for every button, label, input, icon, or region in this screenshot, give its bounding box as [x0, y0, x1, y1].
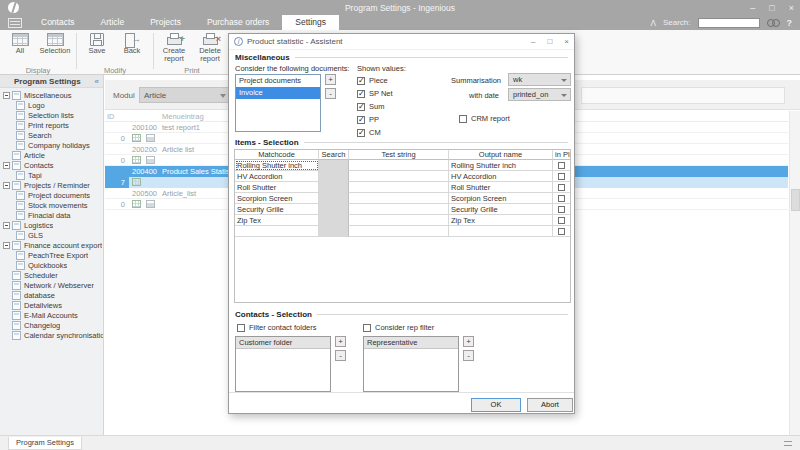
- search-cell-button[interactable]: [319, 215, 349, 226]
- sidebar-item-stock-movements[interactable]: Stock movements: [0, 200, 103, 210]
- matchcode-cell[interactable]: Roll Shutter: [235, 182, 319, 193]
- sidebar-item-logistics[interactable]: Logistics: [0, 220, 103, 230]
- checkbox-sp-net[interactable]: SP Net: [357, 89, 393, 98]
- collapse-node-icon[interactable]: [3, 222, 10, 229]
- tab-purchase-orders[interactable]: Purchase orders: [194, 15, 282, 30]
- in-pl-cell[interactable]: [553, 182, 570, 193]
- checkbox-piece[interactable]: Piece: [357, 76, 388, 85]
- sidebar-item-tapi[interactable]: Tapi: [0, 170, 103, 180]
- checkbox-icon[interactable]: [558, 195, 565, 202]
- dialog-close-icon[interactable]: ×: [564, 37, 569, 46]
- checkbox-icon[interactable]: [363, 324, 371, 332]
- tab-projects[interactable]: Projects: [137, 15, 194, 30]
- dialog-minimize-icon[interactable]: –: [531, 37, 535, 46]
- test-string-cell[interactable]: [349, 182, 449, 193]
- checkbox-icon[interactable]: [558, 206, 565, 213]
- in-pl-cell[interactable]: [553, 171, 570, 182]
- add-customer-folder-button[interactable]: +: [335, 336, 346, 347]
- checkbox-icon[interactable]: [357, 77, 365, 85]
- selection-button[interactable]: Selection: [38, 31, 72, 55]
- sidebar-item-email-accounts[interactable]: E-Mail Accounts: [0, 310, 103, 320]
- documents-listbox[interactable]: Project documents Invoice: [235, 74, 321, 132]
- close-icon[interactable]: ×: [789, 3, 794, 13]
- list-item[interactable]: Project documents: [236, 75, 320, 87]
- sidebar-item-finance-account-export[interactable]: Finance account export: [0, 240, 103, 250]
- report-print-icon[interactable]: [146, 134, 155, 142]
- sidebar-item-search[interactable]: Search: [0, 130, 103, 140]
- test-string-cell[interactable]: [349, 171, 449, 182]
- sidebar-item-changelog[interactable]: Changelog: [0, 320, 103, 330]
- add-representative-button[interactable]: +: [463, 336, 474, 347]
- report-view-icon[interactable]: [132, 134, 141, 142]
- output-name-cell[interactable]: Scorpion Screen: [449, 193, 553, 204]
- matchcode-cell[interactable]: Zip Tex: [235, 215, 319, 226]
- ok-button[interactable]: OK: [471, 398, 521, 412]
- create-report-button[interactable]: + Create report: [157, 31, 191, 63]
- report-view-icon[interactable]: [132, 156, 141, 164]
- sidebar-item-calendar-synchronisation[interactable]: Calendar synchronisation: [0, 330, 103, 340]
- with-date-dropdown[interactable]: printed_on: [508, 88, 571, 101]
- scrollbar-thumb[interactable]: [791, 189, 800, 211]
- checkbox-cm[interactable]: CM: [357, 128, 381, 137]
- matchcode-cell[interactable]: Rolling Shutter inch: [235, 160, 319, 171]
- save-button[interactable]: Save: [80, 31, 114, 55]
- collapse-node-icon[interactable]: [3, 162, 10, 169]
- matchcode-cell-empty[interactable]: [235, 226, 319, 237]
- report-view-icon[interactable]: [132, 200, 141, 208]
- sidebar-item-network-webserver[interactable]: Network / Webserver: [0, 280, 103, 290]
- checkbox-icon[interactable]: [558, 217, 565, 224]
- sidebar-item-project-documents[interactable]: Project documents: [0, 190, 103, 200]
- checkbox-pp[interactable]: PP: [357, 115, 379, 124]
- report-print-icon[interactable]: [146, 200, 155, 208]
- search-cell-button[interactable]: [319, 171, 349, 182]
- checkbox-icon[interactable]: [558, 184, 565, 191]
- collapse-node-icon[interactable]: [3, 92, 10, 99]
- checkbox-icon[interactable]: [558, 228, 565, 235]
- representative-listbox[interactable]: Representative: [363, 336, 459, 392]
- checkbox-icon[interactable]: [237, 324, 245, 332]
- test-string-cell[interactable]: [349, 226, 449, 237]
- collapse-node-icon[interactable]: [3, 242, 10, 249]
- checkbox-consider-rep-filter[interactable]: Consider rep filter: [363, 323, 434, 332]
- search-cell-button[interactable]: [319, 193, 349, 204]
- checkbox-icon[interactable]: [357, 90, 365, 98]
- tab-article[interactable]: Article: [88, 15, 138, 30]
- checkbox-icon[interactable]: [357, 129, 365, 137]
- sidebar-item-detailviews[interactable]: Detailviews: [0, 300, 103, 310]
- in-pl-cell[interactable]: [553, 160, 570, 171]
- output-name-cell[interactable]: [449, 226, 553, 237]
- sidebar-item-logo[interactable]: Logo: [0, 100, 103, 110]
- report-print-icon[interactable]: [146, 156, 155, 164]
- in-pl-cell[interactable]: [553, 193, 570, 204]
- customer-folder-listbox[interactable]: Customer folder: [235, 336, 331, 392]
- sidebar-item-print-reports[interactable]: Print reports: [0, 120, 103, 130]
- sidebar-item-finacial-data[interactable]: Finacial data: [0, 210, 103, 220]
- checkbox-filter-contact-folders[interactable]: Filter contact folders: [237, 323, 317, 332]
- search-cell-button[interactable]: [319, 182, 349, 193]
- search-input[interactable]: [698, 18, 760, 28]
- tab-settings[interactable]: Settings: [282, 15, 339, 30]
- help-icon[interactable]: ?: [787, 18, 793, 28]
- search-cell-button[interactable]: [319, 160, 349, 171]
- app-menu-icon[interactable]: [8, 18, 22, 28]
- search-cell-button[interactable]: [319, 226, 349, 237]
- delete-report-button[interactable]: × Delete report: [193, 31, 227, 63]
- collapse-ribbon-icon[interactable]: ᐱ: [650, 19, 655, 28]
- test-string-cell[interactable]: [349, 215, 449, 226]
- sidebar-item-company-holidays[interactable]: Company holidays: [0, 140, 103, 150]
- modul-dropdown[interactable]: Article: [139, 87, 231, 103]
- vertical-scrollbar[interactable]: [789, 111, 800, 435]
- statusbar-tab-program-settings[interactable]: Program Settings: [8, 437, 82, 450]
- in-pl-cell[interactable]: [553, 226, 570, 237]
- matchcode-cell[interactable]: Security Grille: [235, 204, 319, 215]
- output-name-cell[interactable]: HV Accordion: [449, 171, 553, 182]
- test-string-cell[interactable]: [349, 193, 449, 204]
- remove-customer-folder-button[interactable]: -: [335, 350, 346, 361]
- report-view-icon[interactable]: [132, 178, 141, 186]
- sidebar-item-gls[interactable]: GLS: [0, 230, 103, 240]
- back-button[interactable]: Back: [115, 31, 149, 55]
- minimize-icon[interactable]: –: [750, 3, 755, 13]
- test-string-cell[interactable]: [349, 160, 449, 171]
- dialog-maximize-icon[interactable]: □: [547, 37, 552, 46]
- tab-contacts[interactable]: Contacts: [28, 15, 88, 30]
